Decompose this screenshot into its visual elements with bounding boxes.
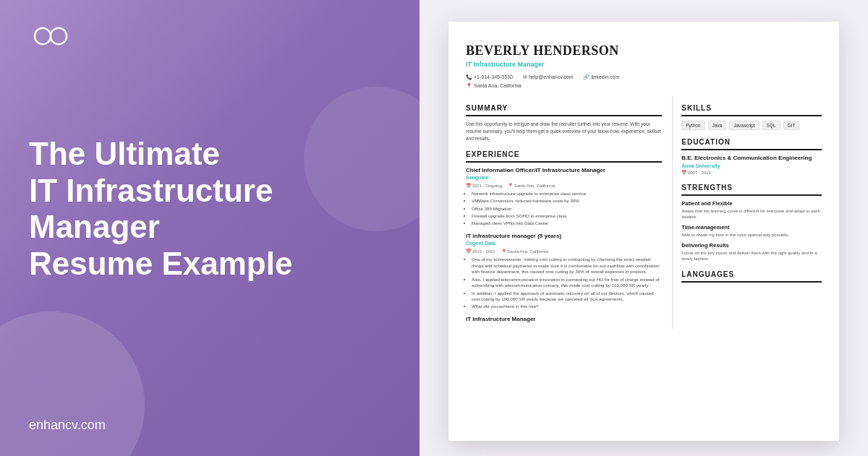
- edu-years: 📅 2007 - 2011: [681, 170, 822, 176]
- skills-heading: SKILLS: [681, 103, 822, 116]
- job-1-meta: 📅 2021 - Ongoing 📍 Santa Ana, California: [466, 183, 662, 189]
- bullet: Network infrastructure upgrade to enterp…: [472, 191, 662, 197]
- resume-name: BEVERLY HENDERSON: [466, 42, 822, 60]
- skill-git: GIT: [783, 121, 800, 130]
- headline: The Ultimate IT Infrastructure Manager R…: [29, 136, 391, 282]
- strength-3-title: Delivering Results: [681, 242, 822, 250]
- headline-line2: IT Infrastructure: [29, 173, 273, 208]
- headline-line1: The Ultimate: [29, 136, 220, 171]
- skill-sql: SQL: [762, 121, 780, 130]
- job-3-title: IT Infrastructure Manager: [466, 316, 662, 323]
- email-icon: ✉: [523, 74, 527, 81]
- edu-degree: B.E. Electronics & Communication Enginee…: [681, 155, 822, 162]
- job-1-location: 📍 Santa Ana, California: [508, 183, 555, 189]
- bullet: Office 365 Migration: [472, 206, 662, 212]
- summary-text: Use this opportunity to intrigue and dra…: [466, 121, 662, 142]
- phone: 📞 +1-914-345-5530: [466, 74, 513, 81]
- bullet: VMWare Conversion, reduced hardware cost…: [472, 198, 662, 205]
- strength-1-title: Patient and Flexible: [681, 200, 822, 208]
- linkedin: 🔗 linkedin.com: [583, 74, 619, 81]
- skill-python: Python: [681, 121, 705, 130]
- job-2-title: IT infrastructure manager (5 years): [466, 233, 662, 240]
- bullet: In addition, I applied the approach of a…: [472, 291, 662, 303]
- resume-card: BEVERLY HENDERSON IT Infrastructure Mana…: [448, 22, 839, 441]
- bullet: Firewall upgrade from SOHO to enterprise…: [472, 213, 662, 220]
- education-heading: EDUCATION: [681, 137, 822, 150]
- experience-heading: EXPERIENCE: [466, 150, 662, 163]
- job-2-location: 📍 Santa Ana, California: [501, 249, 548, 254]
- location: 📍 Santa Ana, California: [466, 82, 522, 90]
- job-1-period: 📅 2021 - Ongoing: [466, 183, 502, 189]
- strength-1-desc: Aware that the learning curve is differe…: [681, 208, 822, 220]
- job-3: IT Infrastructure Manager: [466, 316, 662, 323]
- left-panel: The Ultimate IT Infrastructure Manager R…: [0, 0, 420, 456]
- resume-body: SUMMARY Use this opportunity to intrigue…: [466, 96, 822, 329]
- job-2-meta: 📅 2015 - 2021 📍 Santa Ana, California: [466, 249, 662, 254]
- right-panel: BEVERLY HENDERSON IT Infrastructure Mana…: [420, 0, 868, 456]
- skill-java: Java: [708, 121, 727, 130]
- skills-tags: Python Java Javascript SQL GIT: [681, 121, 822, 130]
- job-1: Chief Information Officer/IT Infrastruct…: [466, 167, 662, 227]
- languages-heading: LANGUAGES: [681, 270, 822, 283]
- bullet: Also, I applied telecommunication innova…: [472, 277, 662, 289]
- job-2-period: 📅 2015 - 2021: [466, 249, 495, 254]
- resume-location-row: 📍 Santa Ana, California: [466, 82, 822, 90]
- headline-line4: Resume Example: [29, 246, 292, 281]
- logo: [29, 23, 72, 49]
- job-1-title: Chief Information Officer/IT Infrastruct…: [466, 167, 662, 174]
- job-1-bullets: Network infrastructure upgrade to enterp…: [466, 191, 662, 226]
- job-2-bullets: One of my achievements, making cost cutt…: [466, 257, 662, 310]
- job-1-company: Sanguine: [466, 174, 662, 181]
- edu-school: Anna University: [681, 163, 822, 170]
- phone-icon: 📞: [466, 74, 472, 81]
- strength-3-desc: Focus on the key inputs and deliver them…: [681, 250, 822, 262]
- resume-contact: 📞 +1-914-345-5530 ✉ help@enhancv.com 🔗 l…: [466, 74, 822, 81]
- job-2: IT infrastructure manager (5 years) Coge…: [466, 233, 662, 310]
- strength-2-desc: Able to divide my time in the most optim…: [681, 232, 822, 238]
- email: ✉ help@enhancv.com: [523, 74, 573, 81]
- strengths-heading: STRENGTHS: [681, 183, 822, 196]
- summary-heading: SUMMARY: [466, 103, 662, 116]
- bullet: One of my achievements, making cost cutt…: [472, 257, 662, 275]
- resume-left-column: SUMMARY Use this opportunity to intrigue…: [466, 96, 662, 329]
- resume-job-title: IT Infrastructure Manager: [466, 60, 822, 69]
- location-icon: 📍: [466, 82, 472, 90]
- skill-javascript: Javascript: [729, 121, 759, 130]
- resume-right-column: SKILLS Python Java Javascript SQL GIT ED…: [672, 96, 822, 329]
- job-2-company: Cogent Data: [466, 240, 662, 247]
- strength-2-title: Time-management: [681, 224, 822, 232]
- bullet: Managed client VPNs into Data Center: [472, 220, 662, 227]
- headline-line3: Manager: [29, 209, 160, 244]
- bullet: What did you achieve in this role?: [472, 304, 662, 310]
- linkedin-icon: 🔗: [583, 74, 590, 81]
- site-url: enhancv.com: [29, 418, 391, 433]
- resume-header: BEVERLY HENDERSON IT Infrastructure Mana…: [466, 42, 822, 89]
